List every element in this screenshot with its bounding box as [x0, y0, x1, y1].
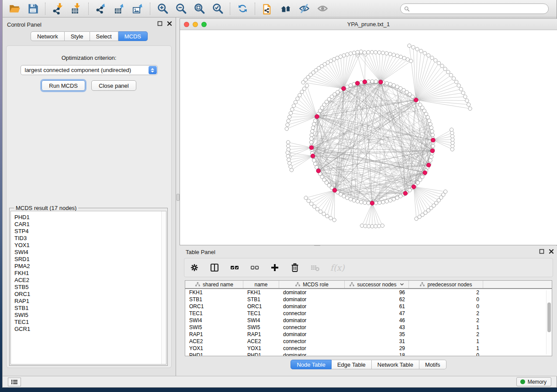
export-network-button[interactable]	[92, 1, 110, 16]
mcds-hub-node[interactable]	[431, 138, 436, 142]
ring-node[interactable]	[388, 83, 392, 86]
close-panel-icon[interactable]	[167, 21, 172, 26]
leaf-node[interactable]	[289, 165, 292, 168]
leaf-node[interactable]	[399, 55, 402, 58]
leaf-node[interactable]	[402, 56, 406, 60]
leaf-node[interactable]	[360, 224, 363, 227]
mcds-hub-node[interactable]	[363, 80, 367, 84]
leaf-node[interactable]	[434, 58, 437, 62]
ring-node[interactable]	[395, 196, 399, 199]
ring-node[interactable]	[399, 86, 402, 90]
leaf-node[interactable]	[367, 51, 370, 54]
vertical-splitter-handle[interactable]	[176, 194, 180, 201]
leaf-node[interactable]	[406, 58, 409, 61]
result-list-item[interactable]: RAP1	[14, 298, 166, 305]
tab-network[interactable]: Network	[31, 31, 65, 41]
table-row[interactable]: RAP1RAP1dominator352	[185, 331, 552, 338]
leaf-node[interactable]	[363, 224, 367, 228]
leaf-node[interactable]	[356, 50, 359, 54]
ring-node[interactable]	[374, 201, 377, 205]
table-row[interactable]: TEC1TEC1connector472	[185, 310, 552, 317]
hide-selected-button[interactable]	[295, 1, 313, 16]
tab-motifs[interactable]: Motifs	[419, 360, 446, 369]
ring-node[interactable]	[312, 122, 316, 126]
import-table-button[interactable]	[67, 1, 85, 16]
save-session-button[interactable]	[24, 1, 42, 16]
leaf-node[interactable]	[381, 224, 384, 227]
result-list-item[interactable]: FKH1	[14, 270, 166, 277]
ring-node[interactable]	[346, 85, 349, 89]
leaf-node[interactable]	[329, 216, 332, 220]
leaf-node[interactable]	[440, 64, 444, 68]
ring-node[interactable]	[356, 199, 359, 203]
close-table-panel-icon[interactable]	[549, 249, 554, 254]
ring-node[interactable]	[388, 199, 392, 202]
ring-node[interactable]	[313, 119, 317, 122]
leaf-node[interactable]	[374, 224, 377, 228]
ring-node[interactable]	[349, 197, 352, 201]
leaf-node[interactable]	[304, 196, 308, 199]
leaf-node[interactable]	[412, 45, 415, 49]
leaf-node[interactable]	[457, 84, 460, 87]
zoom-fit-button[interactable]	[190, 1, 208, 16]
ring-node[interactable]	[431, 144, 435, 148]
mcds-hub-node[interactable]	[342, 86, 346, 91]
result-list-item[interactable]: TEC1	[14, 319, 166, 326]
table-row[interactable]: FKH1FKH1dominator962	[185, 289, 552, 296]
result-list-item[interactable]: ACE2	[14, 277, 166, 284]
leaf-node[interactable]	[437, 61, 440, 65]
tab-mcds[interactable]: MCDS	[118, 31, 148, 41]
leaf-node[interactable]	[346, 53, 349, 56]
ring-node[interactable]	[360, 81, 363, 84]
table-row[interactable]: PHD1PHD1dominator180	[185, 352, 552, 356]
leaf-node[interactable]	[307, 199, 310, 203]
mcds-hub-node[interactable]	[412, 185, 416, 189]
leaf-node[interactable]	[349, 52, 352, 55]
zoom-selected-button[interactable]	[208, 1, 227, 16]
leaf-node[interactable]	[312, 205, 316, 208]
close-panel-button[interactable]: Close panel	[91, 80, 136, 91]
leaf-node[interactable]	[315, 207, 319, 211]
run-mcds-button[interactable]: Run MCDS	[42, 80, 85, 91]
leaf-node[interactable]	[377, 224, 381, 228]
refresh-layout-button[interactable]	[233, 1, 252, 16]
ring-node[interactable]	[426, 116, 429, 119]
leaf-node[interactable]	[294, 100, 297, 104]
ring-node[interactable]	[392, 83, 395, 87]
tab-select[interactable]: Select	[90, 31, 118, 41]
ring-node[interactable]	[367, 201, 370, 205]
leaf-node[interactable]	[325, 214, 329, 218]
leaf-node[interactable]	[443, 190, 447, 193]
network-window-titlebar[interactable]: YPA_prune.txt_1	[180, 19, 557, 30]
search-box[interactable]	[400, 3, 549, 14]
ring-node[interactable]	[363, 201, 367, 204]
ring-node[interactable]	[385, 199, 388, 203]
ring-node[interactable]	[311, 130, 314, 133]
leaf-node[interactable]	[427, 54, 430, 57]
open-file-button[interactable]	[5, 1, 24, 16]
leaf-node[interactable]	[363, 51, 366, 54]
mcds-hub-node[interactable]	[311, 154, 315, 158]
leaf-node[interactable]	[465, 99, 469, 102]
leaf-node[interactable]	[388, 52, 392, 56]
table-vertical-scrollbar[interactable]	[546, 290, 551, 354]
zoom-out-button[interactable]	[172, 1, 190, 16]
leaf-node[interactable]	[461, 91, 465, 95]
leaf-node[interactable]	[286, 155, 290, 158]
delete-column-button[interactable]	[290, 263, 300, 272]
leaf-node[interactable]	[459, 87, 463, 91]
column-layout-button[interactable]	[210, 263, 219, 272]
leaf-node[interactable]	[287, 144, 290, 148]
ring-node[interactable]	[430, 130, 434, 133]
leaf-node[interactable]	[303, 87, 306, 90]
mcds-hub-node[interactable]	[423, 171, 427, 175]
leaf-node[interactable]	[454, 80, 458, 84]
leaf-node[interactable]	[292, 104, 295, 107]
mcds-hub-node[interactable]	[309, 145, 314, 150]
leaf-node[interactable]	[385, 52, 388, 55]
leaf-node[interactable]	[296, 97, 299, 100]
tab-network-table[interactable]: Network Table	[372, 360, 419, 369]
result-list-item[interactable]: GCR1	[14, 326, 166, 333]
tab-node-table[interactable]: Node Table	[291, 360, 332, 369]
mcds-result-list[interactable]: PHD1CAR1STP4TID3YOX1SWI4SRD1PMA2FKH1ACE2…	[10, 211, 166, 364]
